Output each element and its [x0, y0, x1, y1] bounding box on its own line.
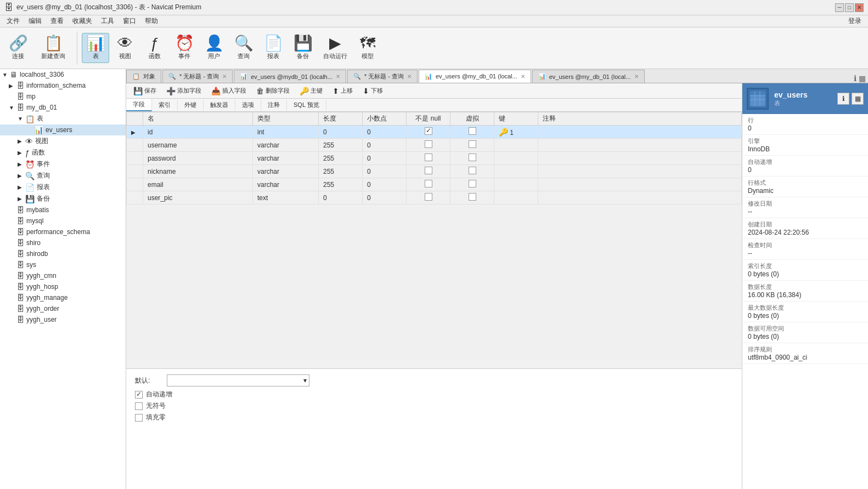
field-length[interactable]: 255 [319, 139, 363, 152]
field-virtual[interactable] [450, 191, 494, 204]
field-name[interactable]: password [143, 152, 253, 165]
sidebar-item-shirodb[interactable]: 🗄 shirodb [0, 248, 126, 259]
tool-view[interactable]: 👁 视图 [111, 33, 139, 62]
tool-backup[interactable]: 💾 备份 [289, 33, 317, 62]
sub-tab-triggers[interactable]: 触发器 [204, 99, 235, 111]
sub-tab-options[interactable]: 选项 [235, 99, 261, 111]
sidebar-item-yygh-order[interactable]: 🗄 yygh_order [0, 303, 126, 314]
field-decimal[interactable]: 0 [363, 165, 407, 178]
sub-tab-indexes[interactable]: 索引 [152, 99, 178, 111]
field-type[interactable]: varchar [253, 139, 319, 152]
tool-function[interactable]: ƒ 函数 [141, 33, 168, 62]
tab-untitled-query-2[interactable]: 🔍 * 无标题 - 查询 ✕ [347, 70, 418, 83]
menu-favorites[interactable]: 收藏夹 [68, 15, 97, 27]
table-row[interactable]: username varchar 255 0 [127, 139, 742, 152]
field-length[interactable]: 255 [319, 152, 363, 165]
move-up-button[interactable]: ⬆ 上移 [329, 85, 357, 97]
tab-ev-users-my-db-01-active[interactable]: 📊 ev_users @my_db_01 (local... ✕ [419, 70, 531, 83]
field-type[interactable]: varchar [253, 152, 319, 165]
tab-ev-users-mydb[interactable]: 📊 ev_users @mydb_01 (localh... ✕ [234, 70, 346, 83]
sidebar-item-yygh-cmn[interactable]: 🗄 yygh_cmn [0, 270, 126, 281]
table-row[interactable]: user_pic text 0 0 [127, 191, 742, 204]
field-comment[interactable] [538, 152, 742, 165]
tab-untitled-query-1[interactable]: 🔍 * 无标题 - 查询 ✕ [162, 70, 233, 83]
tab-ev-users-my-db-01-2[interactable]: 📊 ev_users @my_db_01 (local... ✕ [532, 70, 645, 83]
info-icon[interactable]: ℹ [854, 74, 856, 83]
tab-close-icon[interactable]: ✕ [336, 73, 340, 79]
field-virtual[interactable] [450, 152, 494, 165]
field-virtual[interactable] [450, 165, 494, 178]
sidebar-item-mybatis[interactable]: 🗄 mybatis [0, 204, 126, 215]
field-virtual[interactable] [450, 178, 494, 191]
dropdown-arrow-icon[interactable]: ▾ [303, 377, 307, 384]
sub-tab-foreign-keys[interactable]: 外键 [178, 99, 204, 111]
field-decimal[interactable]: 0 [363, 152, 407, 165]
sidebar-item-yygh-manage[interactable]: 🗄 yygh_manage [0, 292, 126, 303]
tab-close-icon[interactable]: ✕ [222, 73, 227, 79]
minimize-button[interactable]: ─ [835, 3, 844, 12]
menu-window[interactable]: 窗口 [119, 15, 140, 27]
field-length[interactable]: 255 [319, 165, 363, 178]
field-length[interactable]: 0 [319, 191, 363, 204]
field-notnull[interactable] [407, 152, 450, 165]
table-row[interactable]: password varchar 255 0 [127, 152, 742, 165]
field-comment[interactable] [538, 126, 742, 139]
field-decimal[interactable]: 0 [363, 178, 407, 191]
close-button[interactable]: ✕ [855, 3, 864, 12]
maximize-button[interactable]: □ [845, 3, 854, 12]
field-name[interactable]: nickname [143, 165, 253, 178]
auto-increment-checkbox[interactable] [135, 391, 143, 399]
insert-field-button[interactable]: 📥 插入字段 [207, 85, 250, 97]
zero-fill-checkbox[interactable] [135, 414, 143, 422]
field-virtual[interactable] [450, 126, 494, 139]
login-button[interactable]: 登录 [844, 15, 866, 27]
field-name[interactable]: id [143, 126, 253, 139]
field-decimal[interactable]: 0 [363, 191, 407, 204]
field-name[interactable]: user_pic [143, 191, 253, 204]
sidebar-item-my-db-01[interactable]: ▼ 🗄 my_db_01 [0, 102, 126, 113]
add-field-button[interactable]: ➕ 添加字段 [162, 85, 205, 97]
sub-tab-fields[interactable]: 字段 [126, 99, 152, 111]
sidebar-item-shiro[interactable]: 🗄 shiro [0, 237, 126, 248]
menu-file[interactable]: 文件 [2, 15, 24, 27]
field-decimal[interactable]: 0 [363, 139, 407, 152]
delete-field-button[interactable]: 🗑 删除字段 [252, 85, 294, 97]
field-notnull[interactable] [407, 139, 450, 152]
tool-table[interactable]: 📊 表 [82, 33, 109, 63]
tool-connect[interactable]: 🔗 连接 [4, 33, 32, 62]
info-detail-button[interactable]: ℹ [837, 93, 849, 105]
field-type[interactable]: varchar [253, 178, 319, 191]
sidebar-item-yygh-hosp[interactable]: 🗄 yygh_hosp [0, 281, 126, 292]
info-grid-button[interactable]: ▦ [852, 93, 864, 105]
field-length[interactable]: 255 [319, 178, 363, 191]
default-input[interactable]: ▾ [167, 374, 309, 386]
tab-close-icon[interactable]: ✕ [521, 73, 525, 79]
menu-help[interactable]: 帮助 [140, 15, 162, 27]
field-comment[interactable] [538, 191, 742, 204]
sidebar-item-events[interactable]: ▶ ⏰ 事件 [0, 158, 126, 170]
tab-close-icon[interactable]: ✕ [407, 73, 412, 79]
sidebar-item-backups[interactable]: ▶ 💾 备份 [0, 193, 126, 204]
sidebar-item-tables[interactable]: ▼ 📋 表 [0, 113, 126, 124]
menu-edit[interactable]: 编辑 [24, 15, 46, 27]
table-row[interactable]: email varchar 255 0 [127, 178, 742, 191]
move-down-button[interactable]: ⬇ 下移 [359, 85, 387, 97]
tool-report[interactable]: 📄 报表 [260, 33, 287, 62]
field-notnull[interactable] [407, 126, 450, 139]
tool-query[interactable]: 🔍 查询 [230, 33, 257, 62]
field-name[interactable]: email [143, 178, 253, 191]
sidebar-item-reports[interactable]: ▶ 📄 报表 [0, 181, 126, 193]
sidebar-item-localhost[interactable]: ▼ 🖥 localhost_3306 [0, 69, 126, 80]
sidebar-item-functions[interactable]: ▶ ƒ 函数 [0, 147, 126, 158]
menu-tools[interactable]: 工具 [97, 15, 119, 27]
table-row[interactable]: nickname varchar 255 0 [127, 165, 742, 178]
field-type[interactable]: int [253, 126, 319, 139]
save-button[interactable]: 💾 保存 [129, 85, 160, 97]
sidebar-item-yygh-user[interactable]: 🗄 yygh_user [0, 314, 126, 325]
tool-new-query[interactable]: 📋 新建查询 [34, 33, 72, 62]
sidebar-item-performance-schema[interactable]: 🗄 performance_schema [0, 226, 126, 237]
field-decimal[interactable]: 0 [363, 126, 407, 139]
field-notnull[interactable] [407, 178, 450, 191]
field-comment[interactable] [538, 178, 742, 191]
sidebar-item-information-schema[interactable]: ▶ 🗄 information_schema [0, 80, 126, 91]
